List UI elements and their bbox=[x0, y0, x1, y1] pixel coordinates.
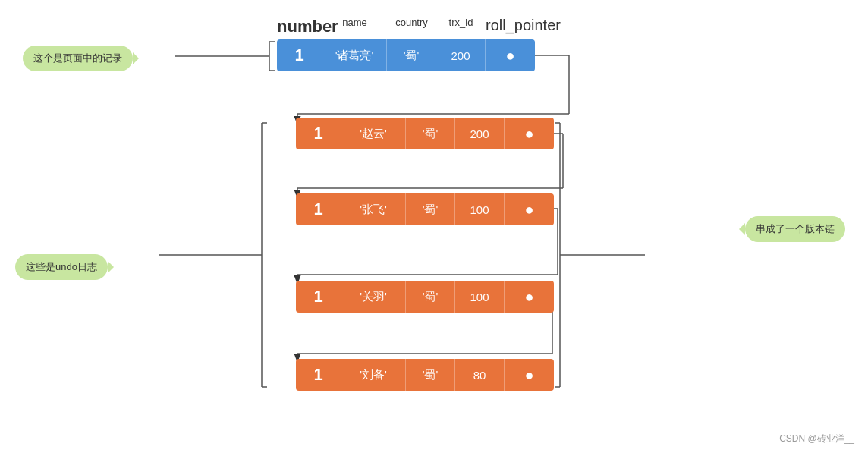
undo2-cell-number: 1 bbox=[296, 193, 341, 225]
undo-row-1: 1 '赵云' '蜀' 200 ● bbox=[296, 118, 554, 149]
bubble-page-label: 这个是页面中的记录 bbox=[33, 52, 122, 64]
undo2-cell-name: '张飞' bbox=[341, 193, 406, 225]
undo-row-3: 1 '关羽' '蜀' 100 ● bbox=[296, 281, 554, 313]
undo1-cell-name: '赵云' bbox=[341, 118, 406, 149]
diagram-container: number name country trx_id roll_pointer … bbox=[0, 0, 868, 459]
undo2-cell-country: '蜀' bbox=[406, 193, 455, 225]
page-record-row: 1 '诸葛亮' '蜀' 200 ● bbox=[277, 39, 535, 71]
column-headers: number name country trx_id roll_pointer bbox=[277, 17, 539, 36]
header-name: name bbox=[322, 17, 387, 36]
page-cell-pointer: ● bbox=[486, 39, 535, 71]
undo4-cell-country: '蜀' bbox=[406, 359, 455, 391]
undo2-cell-pointer: ● bbox=[505, 193, 554, 225]
header-country: country bbox=[387, 17, 436, 36]
watermark: CSDN @砖业洋__ bbox=[779, 432, 854, 445]
header-trxid: trx_id bbox=[436, 17, 486, 36]
undo1-cell-pointer: ● bbox=[505, 118, 554, 149]
undo3-cell-pointer: ● bbox=[505, 281, 554, 313]
bubble-chain-label: 串成了一个版本链 bbox=[756, 223, 835, 234]
undo1-cell-trxid: 200 bbox=[455, 118, 505, 149]
undo4-cell-name: '刘备' bbox=[341, 359, 406, 391]
undo-row-4: 1 '刘备' '蜀' 80 ● bbox=[296, 359, 554, 391]
header-rollpointer: roll_pointer bbox=[486, 17, 539, 36]
undo1-cell-number: 1 bbox=[296, 118, 341, 149]
header-number: number bbox=[277, 17, 322, 36]
undo3-cell-name: '关羽' bbox=[341, 281, 406, 313]
undo3-cell-number: 1 bbox=[296, 281, 341, 313]
undo4-cell-number: 1 bbox=[296, 359, 341, 391]
undo1-cell-country: '蜀' bbox=[406, 118, 455, 149]
page-cell-number: 1 bbox=[277, 39, 322, 71]
bubble-undo-logs: 这些是undo日志 bbox=[15, 254, 108, 280]
bubble-version-chain: 串成了一个版本链 bbox=[745, 216, 845, 242]
page-cell-country: '蜀' bbox=[387, 39, 436, 71]
bubble-undo-label: 这些是undo日志 bbox=[26, 261, 97, 272]
undo3-cell-country: '蜀' bbox=[406, 281, 455, 313]
undo2-cell-trxid: 100 bbox=[455, 193, 505, 225]
page-cell-name: '诸葛亮' bbox=[322, 39, 387, 71]
undo4-cell-trxid: 80 bbox=[455, 359, 505, 391]
page-cell-trxid: 200 bbox=[436, 39, 486, 71]
undo3-cell-trxid: 100 bbox=[455, 281, 505, 313]
undo4-cell-pointer: ● bbox=[505, 359, 554, 391]
bubble-page-record: 这个是页面中的记录 bbox=[23, 46, 133, 71]
undo-row-2: 1 '张飞' '蜀' 100 ● bbox=[296, 193, 554, 225]
